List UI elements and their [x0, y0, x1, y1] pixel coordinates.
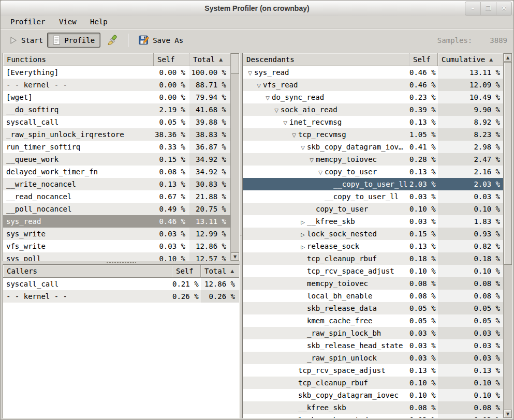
- table-row[interactable]: ▽inet_recvmsg0.13 %8.92 %: [243, 116, 503, 128]
- scrollbar-thumb[interactable]: [504, 62, 512, 265]
- table-row[interactable]: __read_nocancel0.67 %21.88 %: [3, 190, 230, 203]
- table-row[interactable]: skb_release_data0.05 %0.05 %: [243, 302, 503, 314]
- tree-indent: [246, 161, 307, 162]
- descendants-scrollbar[interactable]: ▲ ▼: [503, 53, 512, 418]
- table-row[interactable]: - - kernel - -0.00 %88.71 %: [3, 79, 230, 91]
- self-percent-cell: 0.13 %: [409, 364, 438, 377]
- tree-expander-icon[interactable]: ▷: [299, 229, 307, 240]
- table-row[interactable]: copy_to_user0.10 %0.10 %: [243, 203, 503, 215]
- tree-expander-icon[interactable]: ▽: [281, 117, 289, 128]
- table-row[interactable]: __kfree_skb0.08 %0.08 %: [243, 401, 503, 414]
- table-row[interactable]: sys_read0.46 %13.11 %: [3, 215, 230, 228]
- table-row[interactable]: ▽skb_copy_datagram_iov…0.41 %2.98 %: [243, 141, 503, 153]
- table-row[interactable]: kmem_cache_free0.05 %0.05 %: [243, 314, 503, 327]
- table-row[interactable]: tcp_cleanup_rbuf0.10 %0.10 %: [243, 377, 503, 389]
- tree-expander-icon[interactable]: ▷: [299, 216, 307, 228]
- column-header-self[interactable]: Self: [172, 265, 201, 278]
- tree-expander-icon[interactable]: ▽: [299, 142, 307, 153]
- table-row[interactable]: run_timer_softirq0.33 %36.87 %: [3, 141, 230, 153]
- table-row[interactable]: ▷release_sock0.13 %0.82 %: [243, 240, 503, 252]
- cumulative-percent-cell: 0.03 %: [438, 352, 503, 364]
- minimize-button[interactable]: –: [465, 2, 480, 15]
- functions-scrollbar[interactable]: ▼: [230, 53, 239, 261]
- table-row[interactable]: - - kernel - -0.26 %0.26 %: [3, 290, 239, 303]
- column-header-functions[interactable]: Functions: [3, 53, 154, 66]
- table-row[interactable]: local_bh_enable0.08 %0.08 %: [243, 290, 503, 302]
- arrow-up-icon: ▲: [506, 55, 509, 60]
- table-row[interactable]: __copy_to_user_ll2.03 %2.03 %: [243, 178, 503, 190]
- table-row[interactable]: skb_copy_datagram_iovec0.10 %0.10 %: [243, 389, 503, 401]
- tree-expander-icon[interactable]: ▽: [246, 67, 254, 79]
- column-header-callers[interactable]: Callers: [3, 265, 172, 278]
- save-as-button[interactable]: Save As: [134, 33, 188, 47]
- titlebar[interactable]: System Profiler (on crownbay) – ❐ ✕: [1, 1, 513, 17]
- tree-expander-icon[interactable]: ▽: [263, 92, 272, 103]
- maximize-button[interactable]: ❐: [480, 2, 496, 15]
- tree-expander-icon[interactable]: ▽: [290, 129, 298, 141]
- scroll-up-button[interactable]: ▲: [504, 53, 512, 62]
- self-percent-cell: 0.13 %: [409, 166, 438, 178]
- table-row[interactable]: __do_softirq2.19 %41.68 %: [3, 103, 230, 116]
- tree-expander-icon[interactable]: ▽: [272, 104, 281, 116]
- table-row[interactable]: ▽memcpy_toiovec0.28 %2.47 %: [243, 153, 503, 166]
- tree-expander-icon[interactable]: ▽: [307, 154, 316, 166]
- table-row[interactable]: ▽tcp_recvmsg1.05 %8.23 %: [243, 128, 503, 141]
- profile-toggle-button[interactable]: Profile: [48, 33, 100, 47]
- menu-profiler[interactable]: Profiler: [6, 16, 50, 28]
- column-header-total[interactable]: Total▲: [189, 53, 230, 66]
- column-header-cumulative[interactable]: Cumulative▲: [438, 53, 503, 66]
- table-row[interactable]: ▽do_sync_read0.23 %10.49 %: [243, 91, 503, 103]
- close-button[interactable]: ✕: [496, 2, 511, 15]
- window-controls: – ❐ ✕: [465, 2, 512, 16]
- table-row[interactable]: __write_nocancel0.13 %30.83 %: [3, 178, 230, 190]
- table-row[interactable]: syscall_call0.05 %39.88 %: [3, 116, 230, 128]
- self-percent-cell: 0.41 %: [409, 141, 438, 153]
- tree-expander-icon[interactable]: ▽: [255, 80, 263, 91]
- table-row[interactable]: ▽sys_read0.46 %13.11 %: [243, 66, 503, 79]
- column-header-self[interactable]: Self: [154, 53, 189, 66]
- tree-indent: [246, 211, 307, 212]
- table-row[interactable]: ▽vfs_read0.46 %12.09 %: [243, 79, 503, 91]
- cumulative-percent-cell: 0.05 %: [438, 302, 503, 314]
- self-percent-cell: 1.05 %: [409, 128, 438, 141]
- table-row[interactable]: tcp_rcv_space_adjust0.10 %0.10 %: [243, 265, 503, 277]
- table-row[interactable]: [wget]0.00 %79.94 %: [3, 91, 230, 103]
- start-button[interactable]: Start: [5, 34, 48, 47]
- column-header-self[interactable]: Self: [409, 53, 438, 66]
- self-percent-cell: 0.05 %: [154, 116, 189, 128]
- table-row[interactable]: _raw_spin_unlock_irqrestore38.36 %38.83 …: [3, 128, 230, 141]
- scroll-down-button[interactable]: ▼: [504, 410, 512, 418]
- table-row[interactable]: lock_sock_nested0.03 %0.03 %: [243, 414, 503, 418]
- total-percent-cell: 41.68 %: [189, 103, 230, 116]
- table-row[interactable]: _raw_spin_lock_bh0.03 %0.03 %: [243, 327, 503, 339]
- horizontal-splitter-handle[interactable]: [3, 260, 240, 264]
- reset-button[interactable]: [102, 33, 123, 48]
- table-row[interactable]: ▷__kfree_skb0.03 %1.83 %: [243, 215, 503, 228]
- table-row[interactable]: memcpy_toiovec0.08 %0.08 %: [243, 277, 503, 290]
- table-row[interactable]: tcp_rcv_space_adjust0.13 %0.13 %: [243, 364, 503, 377]
- table-row[interactable]: syscall_call0.21 %12.86 %: [3, 278, 239, 290]
- scrollbar-thumb[interactable]: [231, 53, 239, 74]
- column-header-total[interactable]: Total▲: [201, 265, 239, 278]
- menu-view[interactable]: View: [54, 16, 81, 28]
- table-row[interactable]: vfs_write0.03 %12.86 %: [3, 240, 230, 252]
- tree-expander-icon[interactable]: ▷: [299, 241, 307, 252]
- function-name: sock_aio_read: [281, 106, 337, 114]
- table-row[interactable]: skb_release_head_state0.03 %0.03 %: [243, 339, 503, 352]
- table-row[interactable]: delayed_work_timer_fn0.08 %34.92 %: [3, 166, 230, 178]
- table-row[interactable]: __copy_to_user_ll0.03 %0.03 %: [243, 190, 503, 203]
- menu-help[interactable]: Help: [85, 16, 112, 28]
- table-row[interactable]: ▽sock_aio_read0.39 %9.90 %: [243, 103, 503, 116]
- table-row[interactable]: __poll_nocancel0.49 %20.75 %: [3, 203, 230, 215]
- column-header-descendants[interactable]: Descendants: [243, 53, 409, 66]
- tree-expander-icon[interactable]: ▽: [316, 167, 325, 178]
- table-row[interactable]: tcp_cleanup_rbuf0.18 %0.18 %: [243, 252, 503, 265]
- self-percent-cell: 0.33 %: [154, 141, 189, 153]
- table-row[interactable]: ▽copy_to_user0.13 %2.16 %: [243, 166, 503, 178]
- table-row[interactable]: _raw_spin_unlock0.03 %0.03 %: [243, 352, 503, 364]
- table-row[interactable]: sys_write0.03 %12.99 %: [3, 228, 230, 240]
- table-row[interactable]: ▷lock_sock_nested0.15 %0.93 %: [243, 228, 503, 240]
- function-name-cell: __write_nocancel: [3, 178, 154, 190]
- table-row[interactable]: [Everything]0.00 %100.00 %: [3, 66, 230, 79]
- table-row[interactable]: __queue_work0.15 %34.92 %: [3, 153, 230, 166]
